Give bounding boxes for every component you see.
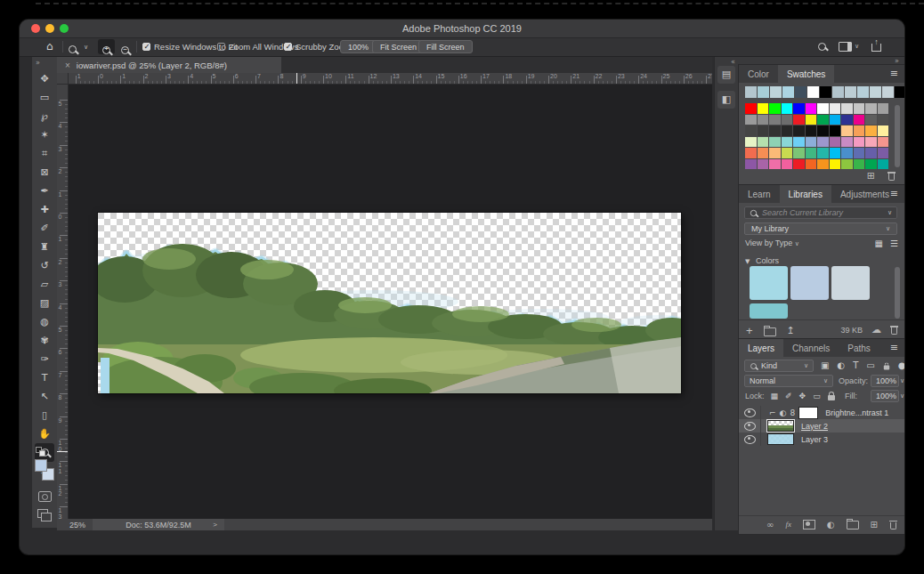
- swatch[interactable]: [782, 148, 793, 158]
- frame-tool[interactable]: ⊠: [35, 163, 54, 182]
- swatch[interactable]: [878, 115, 889, 125]
- swatch[interactable]: [817, 115, 829, 125]
- quick-selection-tool[interactable]: ✶: [35, 125, 54, 144]
- lock-position-icon[interactable]: ✥: [799, 392, 806, 400]
- add-item-icon[interactable]: +: [746, 324, 753, 337]
- recent-swatch[interactable]: [758, 86, 769, 98]
- layer-row-layer-3[interactable]: Layer 3: [739, 433, 904, 446]
- blend-mode-select[interactable]: Normal ∨: [744, 375, 833, 387]
- lasso-tool[interactable]: ℘: [35, 107, 54, 125]
- scrollbar[interactable]: [895, 267, 900, 319]
- swatch[interactable]: [841, 115, 853, 125]
- swatch[interactable]: [745, 125, 757, 136]
- history-brush-tool[interactable]: ↺: [35, 256, 54, 275]
- fit-screen-button[interactable]: Fit Screen: [372, 40, 425, 53]
- brush-tool[interactable]: ✐: [35, 219, 54, 238]
- swatch[interactable]: [806, 125, 817, 136]
- lock-artboard-icon[interactable]: ▭: [813, 392, 821, 400]
- swatch[interactable]: [806, 103, 817, 114]
- recent-swatch[interactable]: [832, 86, 844, 98]
- swatch[interactable]: [758, 125, 769, 136]
- swatch[interactable]: [830, 148, 841, 158]
- swatch[interactable]: [865, 137, 877, 148]
- recent-swatch[interactable]: [895, 86, 904, 98]
- swatch[interactable]: [806, 148, 817, 158]
- recent-swatch[interactable]: [845, 86, 856, 98]
- recent-swatch[interactable]: [870, 86, 881, 98]
- add-mask-icon[interactable]: [803, 520, 815, 530]
- swatch[interactable]: [865, 159, 877, 170]
- swatch[interactable]: [854, 115, 865, 125]
- swatch[interactable]: [782, 103, 793, 114]
- swatch[interactable]: [830, 137, 841, 148]
- search-icon[interactable]: [818, 43, 826, 51]
- swatch[interactable]: [830, 159, 841, 170]
- swatch[interactable]: [854, 159, 865, 170]
- tab-layers[interactable]: Layers: [739, 339, 783, 357]
- eye-icon[interactable]: [744, 435, 756, 444]
- recent-swatch[interactable]: [782, 86, 794, 98]
- swatch[interactable]: [782, 125, 793, 136]
- close-tab-icon[interactable]: ×: [65, 61, 70, 70]
- tab-paths[interactable]: Paths: [839, 339, 879, 357]
- default-colors-icon[interactable]: [36, 447, 46, 456]
- swatch[interactable]: [769, 103, 781, 114]
- filter-toggle-icon[interactable]: ●: [898, 360, 904, 370]
- collapsed-panel-button-1[interactable]: ▤: [717, 66, 735, 84]
- trash-icon[interactable]: [890, 325, 898, 335]
- fill-select[interactable]: 100% ∨: [871, 390, 899, 402]
- layer-style-icon[interactable]: fx: [785, 520, 791, 529]
- checkbox-icon[interactable]: [217, 43, 225, 51]
- marquee-tool[interactable]: ▭: [35, 88, 54, 107]
- type-tool[interactable]: T: [35, 368, 54, 387]
- recent-swatch[interactable]: [857, 86, 869, 98]
- library-color-card[interactable]: [790, 266, 829, 300]
- expand-toolbar-icon[interactable]: »: [36, 59, 40, 67]
- swatch[interactable]: [745, 103, 757, 114]
- path-selection-tool[interactable]: ↖: [35, 387, 54, 406]
- healing-brush-tool[interactable]: ✚: [35, 200, 54, 219]
- visibility-cell[interactable]: [739, 406, 761, 419]
- foreground-color-chip[interactable]: [35, 459, 47, 472]
- swatch[interactable]: [745, 137, 757, 148]
- swatch[interactable]: [841, 148, 853, 158]
- eyedropper-tool[interactable]: ✒: [35, 182, 54, 200]
- collapse-dock-icon[interactable]: «: [731, 58, 735, 66]
- swatch[interactable]: [806, 115, 817, 125]
- recent-swatch[interactable]: [807, 86, 819, 98]
- new-layer-icon[interactable]: ⊞: [871, 520, 878, 530]
- swatch[interactable]: [878, 125, 889, 136]
- swatch[interactable]: [758, 148, 769, 158]
- blur-tool[interactable]: ◍: [35, 312, 54, 331]
- zoom-100-button[interactable]: 100%: [340, 40, 377, 53]
- swatch[interactable]: [758, 115, 769, 125]
- recent-swatch[interactable]: [795, 86, 806, 98]
- zoom-out-button[interactable]: –: [117, 39, 134, 54]
- swatch[interactable]: [769, 137, 781, 148]
- fill-screen-button[interactable]: Fill Screen: [418, 40, 473, 53]
- swatch[interactable]: [745, 159, 757, 170]
- screen-mode-button[interactable]: [37, 509, 48, 518]
- new-adjustment-layer-icon[interactable]: ◐: [827, 520, 835, 530]
- collapse-panels-icon[interactable]: »: [895, 57, 899, 65]
- swatch[interactable]: [854, 137, 865, 148]
- swatch[interactable]: [817, 103, 829, 114]
- upload-icon[interactable]: ↥: [787, 325, 795, 336]
- home-icon[interactable]: ⌂: [46, 40, 53, 53]
- swatch[interactable]: [745, 115, 757, 125]
- chevron-right-icon[interactable]: >: [213, 521, 217, 529]
- swatch[interactable]: [878, 103, 889, 114]
- visibility-cell[interactable]: [739, 419, 761, 433]
- swatch[interactable]: [793, 137, 805, 148]
- swatch[interactable]: [793, 115, 805, 125]
- move-tool[interactable]: ✥: [35, 69, 54, 88]
- swatch[interactable]: [878, 148, 889, 158]
- vertical-ruler[interactable]: 5432101234567891 01 11 21 3: [57, 85, 69, 519]
- layer-row-layer-2[interactable]: Layer 2: [739, 419, 904, 433]
- library-color-card[interactable]: [831, 266, 870, 300]
- horizontal-ruler[interactable]: 1012345678910111213141516171819202122232…: [69, 73, 712, 85]
- recent-swatch[interactable]: [820, 86, 831, 98]
- swatch[interactable]: [817, 159, 829, 170]
- swatch[interactable]: [758, 159, 769, 170]
- swatch[interactable]: [854, 125, 865, 136]
